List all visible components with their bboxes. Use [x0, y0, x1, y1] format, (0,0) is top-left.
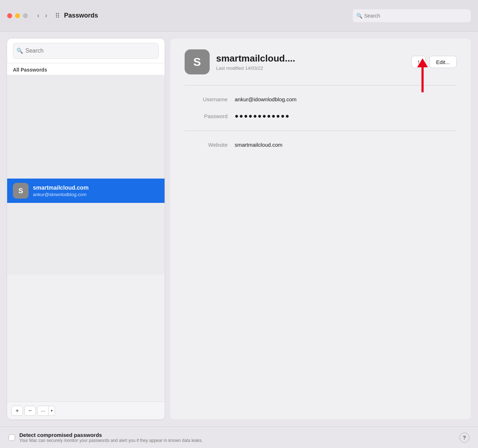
password-field: Password ●●●●●●●●●●●●	[185, 107, 457, 125]
edit-button[interactable]: Edit...	[429, 56, 457, 68]
titlebar-search-icon: 🔍	[356, 13, 362, 19]
list-item-username: ankur@idownlodblog.com	[33, 192, 89, 197]
password-value: ●●●●●●●●●●●●	[235, 112, 290, 120]
all-passwords-label: All Passwords	[7, 63, 165, 75]
add-button[interactable]: +	[11, 406, 23, 416]
detect-checkbox[interactable]	[9, 434, 15, 441]
detail-panel: S smartmailcloud.... Last modified 14/03…	[170, 39, 471, 419]
titlebar-search-input[interactable]	[353, 9, 471, 22]
share-button[interactable]: ↑	[411, 56, 426, 68]
detail-actions: ↑ Edit...	[411, 56, 457, 68]
detect-title: Detect compromised passwords	[19, 432, 203, 438]
titlebar: ‹ › ⠿ Passwords 🔍	[0, 0, 478, 31]
titlebar-search-container: 🔍	[353, 9, 471, 22]
more-button[interactable]: ···	[37, 406, 49, 416]
more-button-chevron[interactable]: ▾	[49, 406, 55, 416]
sidebar-search-icon: 🔍	[16, 48, 23, 54]
detail-avatar: S	[185, 49, 210, 74]
list-item-info: smartmailcloud.com ankur@idownlodblog.co…	[33, 185, 89, 197]
detect-subtitle: Your Mac can securely monitor your passw…	[19, 438, 203, 443]
detect-text-area: Detect compromised passwords Your Mac ca…	[19, 432, 203, 443]
website-field: Website smartmailcloud.com	[185, 137, 457, 153]
website-value: smartmailcloud.com	[235, 142, 282, 148]
divider-bottom	[185, 131, 457, 131]
detail-modified: Last modified 14/03/22	[216, 65, 411, 71]
list-item-avatar: S	[13, 183, 29, 199]
sidebar-search-container: 🔍	[7, 39, 165, 63]
list-item[interactable]: S smartmailcloud.com ankur@idownlodblog.…	[7, 179, 165, 203]
app-title: Passwords	[64, 12, 98, 19]
empty-list-top	[7, 75, 165, 179]
more-button-group: ··· ▾	[37, 406, 55, 416]
list-item-domain: smartmailcloud.com	[33, 185, 89, 191]
username-label: Username	[185, 96, 228, 102]
detail-header: S smartmailcloud.... Last modified 14/03…	[185, 49, 457, 74]
back-button[interactable]: ‹	[35, 10, 42, 21]
grid-icon: ⠿	[55, 12, 60, 20]
sidebar: 🔍 All Passwords S smartmailcloud.com ank…	[7, 39, 165, 419]
main-area: 🔍 All Passwords S smartmailcloud.com ank…	[0, 31, 478, 427]
bottom-bar: Detect compromised passwords Your Mac ca…	[0, 427, 478, 448]
sidebar-search-input[interactable]	[13, 43, 159, 59]
password-list: S smartmailcloud.com ankur@idownlodblog.…	[7, 75, 165, 401]
share-icon: ↑	[417, 59, 420, 65]
nav-arrows: ‹ ›	[35, 10, 49, 21]
forward-button[interactable]: ›	[43, 10, 49, 21]
website-label: Website	[185, 142, 228, 148]
traffic-lights	[7, 13, 28, 18]
help-button[interactable]: ?	[459, 433, 469, 443]
empty-list-bottom	[7, 203, 165, 274]
minimize-button[interactable]	[15, 13, 20, 18]
divider-top	[185, 85, 457, 86]
username-value: ankur@idownlodblog.com	[235, 96, 297, 102]
sidebar-toolbar: + − ··· ▾	[7, 401, 165, 419]
detail-title-area: smartmailcloud.... Last modified 14/03/2…	[216, 53, 411, 71]
username-field: Username ankur@idownlodblog.com	[185, 91, 457, 107]
remove-button[interactable]: −	[24, 406, 36, 416]
sidebar-search-wrapper: 🔍	[13, 43, 159, 59]
password-label: Password	[185, 113, 228, 119]
close-button[interactable]	[7, 13, 12, 18]
maximize-button[interactable]	[23, 13, 28, 18]
detail-domain: smartmailcloud....	[216, 53, 411, 64]
